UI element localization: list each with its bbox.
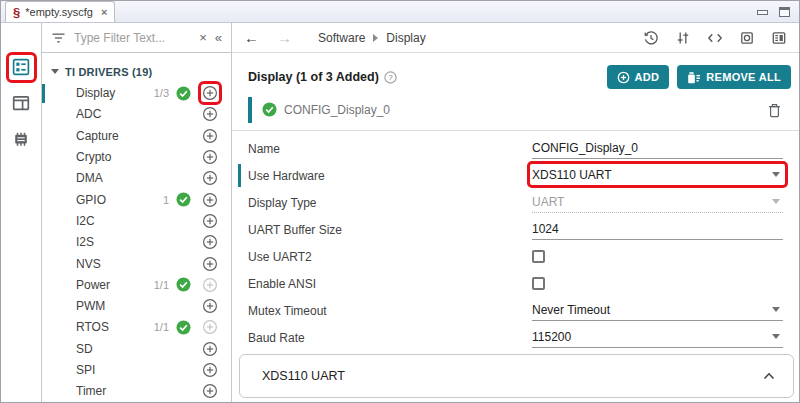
tree-item-sd[interactable]: SD [42,338,231,359]
tune-icon[interactable] [675,30,691,46]
annotation-box-use-hardware [527,161,788,188]
device-view-button[interactable] [11,129,31,149]
add-button[interactable]: ADD [607,65,670,89]
dropdown-arrow-icon[interactable] [772,307,780,312]
form-label: Display Type [248,196,316,210]
breadcrumb-bar: ← → Software Display [232,23,799,53]
form-value[interactable] [532,245,783,267]
breadcrumb-software[interactable]: Software [318,31,365,45]
checkbox[interactable] [532,277,545,290]
tree-item-i2c[interactable]: I2C [42,210,231,231]
module-content: Display (1 of 3 Added) ? ADD [232,53,799,402]
tree-item-label: DMA [76,171,195,185]
maximize-icon[interactable] [779,7,790,17]
filter-clear-icon[interactable]: × [199,30,207,45]
board-table-icon [11,93,31,113]
add-instance-icon[interactable] [202,85,218,101]
checkbox[interactable] [532,250,545,263]
expander-title: XDS110 UART [262,369,345,383]
module-header: Display (1 of 3 Added) ? ADD [248,63,791,91]
add-instance-icon[interactable] [202,192,218,208]
filter-input[interactable]: Type Filter Text... [74,31,191,45]
add-instance-icon[interactable] [202,234,218,250]
add-instance-icon[interactable] [202,106,218,122]
add-instance-icon[interactable] [202,128,218,144]
forward-button: → [277,29,292,46]
main-panel: ← → Software Display [232,23,799,402]
config-instance-name: CONFIG_Display_0 [284,103,390,117]
add-instance-icon[interactable] [202,256,218,272]
form-value[interactable]: 1024 [532,218,783,240]
help-icon[interactable]: ? [384,71,397,84]
tree-item-dma[interactable]: DMA [42,168,231,189]
tree-item-gpio[interactable]: GPIO 1 [42,189,231,210]
software-view-button[interactable] [11,57,31,77]
form-label: Name [248,142,280,156]
board-view-button[interactable] [11,93,31,113]
add-instance-icon[interactable] [202,170,218,186]
tree-item-label: PWM [76,299,195,313]
tree-item-label: RTOS [76,320,154,334]
group-collapse-arrow-icon [51,69,59,74]
tab-close-icon[interactable]: × [101,6,107,18]
board-icon[interactable] [771,30,787,46]
dropdown-arrow-icon[interactable] [772,172,780,177]
remove-all-icon [687,71,701,84]
panel-collapse-icon[interactable]: « [215,30,222,45]
tree-item-label: Timer [76,384,195,398]
tree-item-label: Power [76,278,154,292]
config-list-icon [11,57,31,77]
tree-item-power[interactable]: Power 1/1 [42,274,231,295]
form-row-enable-ansi: Enable ANSI [248,270,791,297]
tree-item-timer[interactable]: Timer [42,381,231,402]
tree-item-display[interactable]: Display 1/3 [42,83,231,104]
add-instance-icon[interactable] [202,341,218,357]
tree-item-pwm[interactable]: PWM [42,296,231,317]
tree-item-capture[interactable]: Capture [42,125,231,146]
add-instance-icon[interactable] [202,362,218,378]
tree-item-spi[interactable]: SPI [42,359,231,380]
config-instance-header[interactable]: CONFIG_Display_0 [248,97,791,123]
config-form: Name CONFIG_Display_0 Use Hardware XDS11… [248,135,791,351]
history-icon[interactable] [643,30,659,46]
form-value[interactable]: Never Timeout [532,299,783,321]
tree-group-ti-drivers[interactable]: TI DRIVERS (19) [42,61,231,83]
back-button[interactable]: ← [244,29,259,46]
add-instance-icon[interactable] [202,383,218,399]
tree-item-crypto[interactable]: Crypto [42,146,231,167]
add-button-label: ADD [635,71,660,83]
xds110-uart-expander[interactable]: XDS110 UART [239,354,794,398]
add-instance-icon[interactable] [202,213,218,229]
panel-toolbar [643,30,787,46]
form-value[interactable]: 115200 [532,326,783,348]
remove-all-button-label: REMOVE ALL [706,71,781,83]
module-title: Display (1 of 3 Added) [248,70,379,84]
add-instance-icon[interactable] [202,298,218,314]
dropdown-arrow-icon[interactable] [772,334,780,339]
tree-item-adc[interactable]: ADC [42,104,231,125]
device-icon[interactable] [739,30,755,46]
form-value[interactable]: CONFIG_Display_0 [532,137,783,159]
delete-instance-button[interactable] [768,103,781,118]
added-check-icon [176,320,191,335]
tree-item-i2s[interactable]: I2S [42,232,231,253]
breadcrumb: Software Display [318,31,426,45]
form-value[interactable] [532,272,783,294]
tree-item-label: I2C [76,214,195,228]
minimize-icon[interactable] [757,10,768,15]
add-instance-icon [202,277,218,293]
breadcrumb-separator-icon [373,34,378,42]
editor-tab[interactable]: § *empty.syscfg × [5,1,115,22]
modules-panel: Type Filter Text... × « TI DRIVERS (19) … [42,23,232,402]
add-instance-icon[interactable] [202,149,218,165]
tree-item-nvs[interactable]: NVS [42,253,231,274]
window-controls [757,7,790,17]
tree-item-count: 1/3 [154,87,169,99]
tree-item-rtos[interactable]: RTOS 1/1 [42,317,231,338]
sysconfig-window: § *empty.syscfg × [0,0,800,403]
code-icon[interactable] [707,30,723,46]
chevron-up-icon [763,372,775,380]
form-value[interactable]: XDS110 UART [532,164,783,186]
remove-all-button[interactable]: REMOVE ALL [677,65,791,89]
tree-item-label: Crypto [76,150,195,164]
